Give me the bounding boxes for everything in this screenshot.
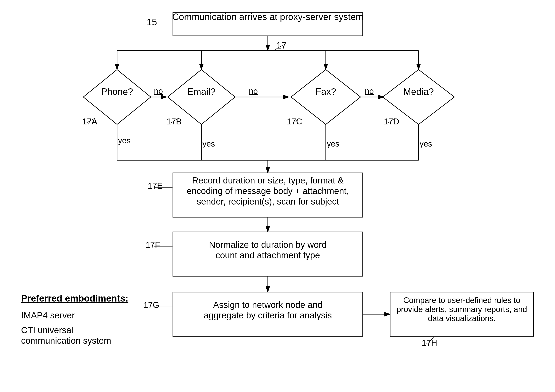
label-15: 15 [147, 17, 157, 27]
media-label: Media? [403, 87, 434, 97]
phone-yes-label: yes [118, 136, 131, 145]
compare-text-2: provide alerts, summary reports, and [397, 305, 527, 314]
diagram-container: Communication arrives at proxy-server sy… [0, 0, 555, 392]
record-text-2: encoding of message body + attachment, [187, 186, 349, 196]
assign-text-1: Assign to network node and [213, 300, 322, 310]
phone-diamond [83, 70, 151, 124]
media-diamond [383, 70, 454, 124]
assign-text-2: aggregate by criteria for analysis [204, 310, 332, 320]
phone-label: Phone? [101, 87, 133, 97]
email-yes-label: yes [202, 139, 215, 148]
label-17f: 17F [146, 240, 160, 249]
sidebar-item-1: IMAP4 server [21, 310, 75, 320]
email-diamond [168, 70, 235, 124]
label-17c: 17C [287, 117, 302, 126]
phone-no-label: no [154, 87, 163, 95]
email-label: Email? [187, 87, 216, 97]
fax-yes-label: yes [327, 139, 339, 148]
email-no-label: no [249, 87, 258, 95]
fax-label: Fax? [315, 87, 336, 97]
sidebar-item-2: CTI universal [21, 325, 73, 335]
compare-text-3: data visualizations. [428, 314, 496, 323]
normalize-text-2: count and attachment type [216, 250, 320, 260]
label-17: 17 [276, 40, 287, 51]
label-17a: 17A [82, 117, 97, 126]
start-text: Communication arrives at proxy-server sy… [172, 12, 363, 22]
fax-diamond [291, 70, 361, 124]
record-text-1: Record duration or size, type, format & [192, 175, 344, 185]
sidebar-title: Preferred embodiments: [21, 293, 128, 304]
sidebar-item-3: communication system [21, 336, 111, 346]
fax-no-label: no [365, 87, 374, 95]
label-17d: 17D [384, 117, 399, 126]
label-17b: 17B [167, 117, 182, 126]
media-yes-label: yes [420, 139, 432, 148]
normalize-text-1: Normalize to duration by word [209, 240, 327, 250]
record-text-3: sender, recipient(s), scan for subject [197, 196, 339, 206]
label-17g: 17G [143, 300, 159, 310]
label-17h: 17H [422, 338, 437, 348]
compare-text-1: Compare to user-defined rules to [403, 296, 520, 305]
label-17e: 17E [148, 181, 163, 190]
